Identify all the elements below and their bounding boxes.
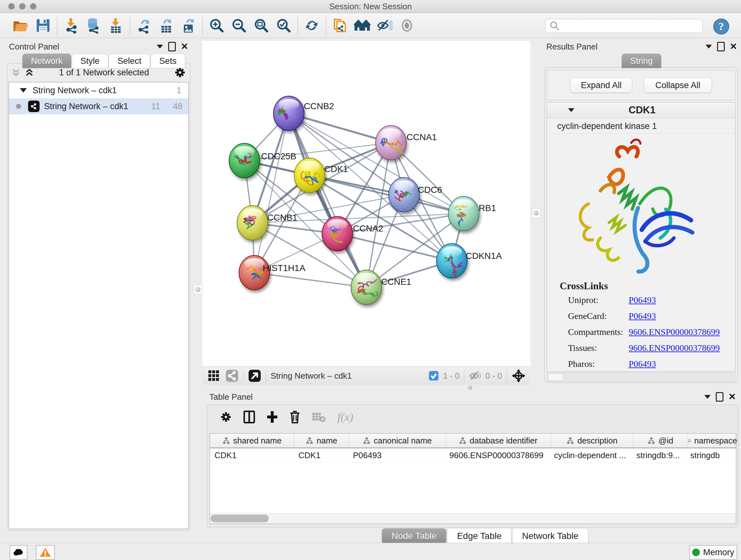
crosslink-link[interactable]: 9606.ENSP00000378699 (629, 343, 720, 353)
network-row[interactable]: String Network – cdk1 11 48 (9, 98, 188, 114)
node-CCNB2[interactable]: CCNB2 (273, 96, 334, 131)
table-settings-gear-icon[interactable] (220, 411, 232, 423)
node-CDC25B[interactable]: CDC25B (229, 143, 296, 178)
crosslink-link[interactable]: 9606.ENSP00000378699 (629, 327, 720, 337)
network-collection-row[interactable]: String Network – cdk1 1 (9, 82, 188, 98)
column-header-database-identifier[interactable]: database identifier (446, 434, 551, 448)
results-menu-icon[interactable] (705, 45, 712, 49)
crosslink-link[interactable]: P06493 (629, 295, 656, 305)
column-tree-icon (363, 437, 370, 444)
documents-share-icon (333, 17, 347, 34)
column-header-description[interactable]: description (551, 434, 633, 448)
table-tab-edge-table[interactable]: Edge Table (447, 528, 512, 544)
results-tab-string[interactable]: String (622, 54, 662, 68)
table-float-icon[interactable] (716, 392, 724, 401)
column-header-canonical-name[interactable]: canonical name (349, 434, 446, 448)
export-network-button[interactable] (133, 16, 155, 35)
column-header--id[interactable]: @id (633, 434, 688, 448)
open-session-button[interactable] (10, 16, 32, 35)
add-column-icon[interactable] (266, 411, 278, 423)
crosslink-label: Tissues: (568, 343, 629, 353)
export-image-button[interactable] (178, 16, 200, 35)
column-header-namespace[interactable]: namespace (688, 434, 738, 448)
open-external-icon[interactable] (248, 369, 261, 382)
zoom-fit-icon (254, 18, 269, 33)
zoom-fit-button[interactable] (250, 16, 273, 35)
import-table-button[interactable] (105, 16, 127, 35)
show-all-button[interactable] (396, 16, 418, 35)
hidden-count: 0 - 0 (485, 371, 502, 381)
search-input[interactable] (562, 21, 702, 30)
column-tree-icon (222, 437, 230, 444)
expand-all-icon[interactable] (24, 68, 34, 77)
zoom-out-button[interactable] (228, 16, 250, 35)
table-close-icon[interactable]: ✕ (729, 392, 736, 401)
edge-HIST1H1A-CCNE1[interactable] (254, 273, 366, 287)
memory-button[interactable]: Memory (689, 545, 737, 560)
collapse-all-button[interactable]: Collapse All (644, 78, 712, 93)
crosslink-link[interactable]: P06493 (629, 359, 656, 369)
panel-menu-icon[interactable] (157, 45, 163, 49)
houses-icon (354, 18, 370, 33)
node-HIST1H1A[interactable]: HIST1H1A (239, 255, 306, 290)
export-table-button[interactable] (155, 16, 178, 35)
column-header-name[interactable]: name (294, 434, 349, 448)
birdseye-grid-icon[interactable] (207, 369, 220, 382)
horizontal-splitter[interactable] (202, 384, 741, 391)
control-tab-network[interactable]: Network (22, 54, 71, 68)
zoom-in-button[interactable] (205, 16, 228, 35)
network-options-gear-icon[interactable] (174, 66, 186, 78)
edge-CCNB2-CCNE1[interactable] (289, 113, 366, 287)
help-button[interactable]: ? (713, 18, 730, 35)
result-card-header[interactable]: CDK1 (547, 103, 735, 118)
table-hscrollbar[interactable] (210, 513, 736, 523)
control-tab-style[interactable]: Style (72, 54, 108, 68)
node-CCNE1[interactable]: CCNE1 (351, 270, 411, 305)
collapse-all-icon[interactable] (11, 68, 21, 77)
column-header-shared-name[interactable]: shared name (210, 434, 294, 448)
network-share-icon[interactable] (225, 369, 239, 382)
results-float-icon[interactable] (717, 42, 725, 51)
delete-table-icon (312, 412, 326, 422)
import-network-database-button[interactable] (82, 16, 105, 35)
warning-icon (40, 547, 51, 557)
results-close-icon[interactable]: ✕ (730, 42, 737, 51)
control-tab-select[interactable]: Select (109, 54, 150, 68)
tree-expand-arrow[interactable] (20, 88, 27, 92)
node-CDKN1A[interactable]: CDKN1A (436, 244, 502, 278)
fit-content-crosshair-icon[interactable] (511, 368, 526, 383)
node-CCNA1[interactable]: CCNA1 (376, 125, 437, 160)
left-splitter-handle[interactable] (193, 285, 202, 294)
home-overview-button[interactable] (351, 16, 374, 35)
table-menu-icon[interactable] (704, 395, 711, 399)
control-tab-sets[interactable]: Sets (151, 54, 185, 68)
panel-close-icon[interactable]: ✕ (181, 42, 188, 51)
cloud-status-button[interactable] (10, 545, 27, 560)
table-tab-network-table[interactable]: Network Table (512, 528, 589, 544)
network-canvas[interactable]: CCNB2CCNA1CDC25BCDK1CDC6RB1CCNB1CCNA2CDK… (202, 41, 530, 367)
panel-float-icon[interactable] (168, 42, 176, 51)
selected-checkbox-icon[interactable] (428, 370, 439, 381)
edge-CCNB2-CCNA1[interactable] (289, 113, 391, 143)
warnings-button[interactable] (36, 545, 55, 560)
hide-selected-button[interactable] (374, 16, 396, 35)
edge-CCNB2-HIST1H1A[interactable] (254, 113, 289, 273)
node-RB1[interactable]: RB1 (448, 196, 496, 231)
zoom-selected-button[interactable] (273, 16, 295, 35)
result-collapse-arrow[interactable] (568, 108, 575, 112)
show-columns-icon[interactable] (244, 411, 255, 423)
save-session-button[interactable] (32, 16, 54, 35)
expand-all-button[interactable]: Expand All (570, 78, 632, 93)
documents-share-button[interactable] (329, 16, 351, 35)
import-network-file-button[interactable] (60, 16, 82, 35)
column-tree-icon (306, 437, 313, 444)
crosslink-link[interactable]: P06493 (629, 311, 656, 321)
result-description: cyclin-dependent kinase 1 (547, 118, 735, 133)
delete-column-icon[interactable] (289, 410, 300, 424)
right-splitter-handle[interactable] (532, 208, 541, 218)
hidden-eye-icon[interactable] (469, 370, 482, 381)
table-tab-node-table[interactable]: Node Table (382, 528, 447, 544)
apply-layout-button[interactable] (300, 16, 323, 35)
results-hscrollbar[interactable] (547, 372, 736, 382)
table-row[interactable]: CDK1CDK1P064939606.ENSP00000378699cyclin… (210, 448, 736, 462)
